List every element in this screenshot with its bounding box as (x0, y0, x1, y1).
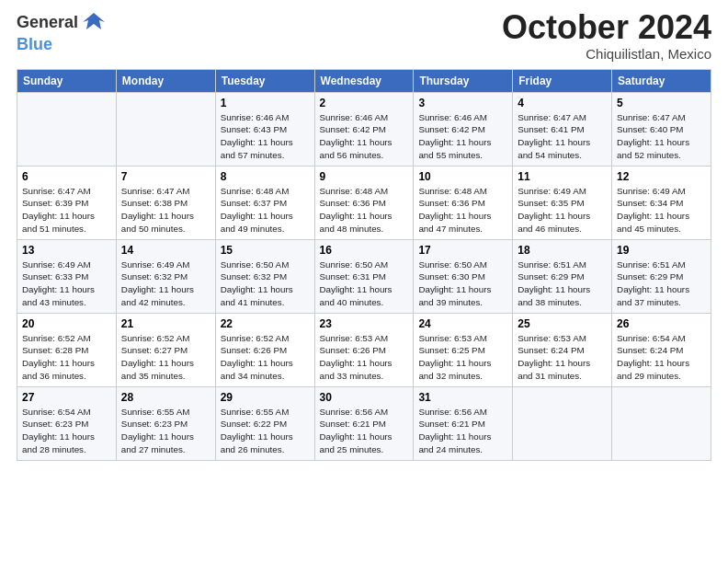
day-number: 8 (221, 170, 310, 183)
weekday-header-row: SundayMondayTuesdayWednesdayThursdayFrid… (17, 69, 711, 92)
day-number: 19 (617, 244, 706, 257)
weekday-header-saturday: Saturday (612, 69, 711, 92)
calendar-cell: 30Sunrise: 6:56 AMSunset: 6:21 PMDayligh… (314, 386, 414, 460)
day-number: 20 (22, 317, 111, 330)
weekday-header-friday: Friday (513, 69, 612, 92)
calendar-cell: 31Sunrise: 6:56 AMSunset: 6:21 PMDayligh… (414, 386, 513, 460)
day-number: 9 (320, 170, 409, 183)
calendar-cell: 11Sunrise: 6:49 AMSunset: 6:35 PMDayligh… (513, 166, 612, 239)
day-info: Sunrise: 6:46 AMSunset: 6:42 PMDaylight:… (320, 111, 409, 162)
day-info: Sunrise: 6:54 AMSunset: 6:24 PMDaylight:… (617, 332, 706, 383)
day-number: 14 (121, 244, 210, 257)
calendar-cell: 5Sunrise: 6:47 AMSunset: 6:40 PMDaylight… (612, 92, 711, 166)
calendar-table: SundayMondayTuesdayWednesdayThursdayFrid… (17, 69, 711, 461)
location: Chiquilistlan, Mexico (502, 46, 711, 62)
week-row-2: 6Sunrise: 6:47 AMSunset: 6:39 PMDaylight… (17, 166, 711, 239)
day-number: 13 (22, 244, 111, 257)
day-number: 27 (22, 391, 111, 404)
day-info: Sunrise: 6:49 AMSunset: 6:35 PMDaylight:… (518, 185, 607, 236)
day-info: Sunrise: 6:55 AMSunset: 6:22 PMDaylight:… (221, 406, 310, 456)
day-info: Sunrise: 6:55 AMSunset: 6:23 PMDaylight:… (121, 406, 210, 456)
weekday-header-wednesday: Wednesday (314, 69, 414, 92)
day-number: 6 (22, 170, 111, 183)
calendar-cell: 25Sunrise: 6:53 AMSunset: 6:24 PMDayligh… (513, 313, 612, 386)
weekday-header-thursday: Thursday (414, 69, 513, 92)
svg-marker-0 (83, 13, 105, 29)
day-info: Sunrise: 6:56 AMSunset: 6:21 PMDaylight:… (418, 406, 507, 456)
calendar-cell: 26Sunrise: 6:54 AMSunset: 6:24 PMDayligh… (612, 313, 711, 386)
calendar-cell: 29Sunrise: 6:55 AMSunset: 6:22 PMDayligh… (215, 386, 314, 460)
calendar-cell: 12Sunrise: 6:49 AMSunset: 6:34 PMDayligh… (612, 166, 711, 239)
day-info: Sunrise: 6:52 AMSunset: 6:27 PMDaylight:… (121, 332, 210, 383)
calendar-cell: 24Sunrise: 6:53 AMSunset: 6:25 PMDayligh… (414, 313, 513, 386)
calendar-cell: 4Sunrise: 6:47 AMSunset: 6:41 PMDaylight… (513, 92, 612, 166)
weekday-header-sunday: Sunday (17, 69, 117, 92)
calendar-cell (17, 92, 117, 166)
calendar-cell: 18Sunrise: 6:51 AMSunset: 6:29 PMDayligh… (513, 239, 612, 313)
day-info: Sunrise: 6:50 AMSunset: 6:32 PMDaylight:… (221, 259, 310, 309)
day-info: Sunrise: 6:47 AMSunset: 6:41 PMDaylight:… (518, 111, 607, 162)
logo-blue-text: Blue (17, 35, 52, 53)
day-number: 16 (320, 244, 409, 257)
page: General Blue October 2024 Chiquilistlan,… (0, 0, 728, 563)
day-number: 7 (121, 170, 210, 183)
week-row-3: 13Sunrise: 6:49 AMSunset: 6:33 PMDayligh… (17, 239, 711, 313)
day-info: Sunrise: 6:52 AMSunset: 6:26 PMDaylight:… (221, 332, 310, 383)
day-info: Sunrise: 6:47 AMSunset: 6:39 PMDaylight:… (22, 185, 111, 236)
week-row-5: 27Sunrise: 6:54 AMSunset: 6:23 PMDayligh… (17, 386, 711, 460)
day-info: Sunrise: 6:56 AMSunset: 6:21 PMDaylight:… (320, 406, 409, 456)
day-number: 4 (518, 97, 607, 109)
day-info: Sunrise: 6:53 AMSunset: 6:25 PMDaylight:… (418, 332, 507, 383)
day-number: 17 (418, 244, 507, 257)
month-title: October 2024 (502, 9, 711, 46)
calendar-cell: 3Sunrise: 6:46 AMSunset: 6:42 PMDaylight… (414, 92, 513, 166)
weekday-header-monday: Monday (116, 69, 215, 92)
day-number: 5 (617, 97, 706, 109)
calendar-cell: 19Sunrise: 6:51 AMSunset: 6:29 PMDayligh… (612, 239, 711, 313)
day-number: 30 (320, 391, 409, 404)
day-info: Sunrise: 6:48 AMSunset: 6:37 PMDaylight:… (221, 185, 310, 236)
calendar-cell: 23Sunrise: 6:53 AMSunset: 6:26 PMDayligh… (314, 313, 414, 386)
day-number: 18 (518, 244, 607, 257)
day-info: Sunrise: 6:46 AMSunset: 6:43 PMDaylight:… (221, 111, 310, 162)
day-info: Sunrise: 6:49 AMSunset: 6:34 PMDaylight:… (617, 185, 706, 236)
day-number: 22 (221, 317, 310, 330)
logo-bird-icon (81, 9, 107, 35)
calendar-cell: 28Sunrise: 6:55 AMSunset: 6:23 PMDayligh… (116, 386, 215, 460)
calendar-cell: 15Sunrise: 6:50 AMSunset: 6:32 PMDayligh… (215, 239, 314, 313)
title-block: October 2024 Chiquilistlan, Mexico (502, 9, 711, 62)
day-number: 24 (418, 317, 507, 330)
day-info: Sunrise: 6:50 AMSunset: 6:30 PMDaylight:… (418, 259, 507, 309)
day-info: Sunrise: 6:46 AMSunset: 6:42 PMDaylight:… (418, 111, 507, 162)
calendar-cell: 21Sunrise: 6:52 AMSunset: 6:27 PMDayligh… (116, 313, 215, 386)
day-info: Sunrise: 6:48 AMSunset: 6:36 PMDaylight:… (320, 185, 409, 236)
calendar-cell: 17Sunrise: 6:50 AMSunset: 6:30 PMDayligh… (414, 239, 513, 313)
day-number: 1 (221, 97, 310, 109)
calendar-cell: 1Sunrise: 6:46 AMSunset: 6:43 PMDaylight… (215, 92, 314, 166)
calendar-cell (513, 386, 612, 460)
day-number: 29 (221, 391, 310, 404)
day-number: 15 (221, 244, 310, 257)
day-info: Sunrise: 6:48 AMSunset: 6:36 PMDaylight:… (418, 185, 507, 236)
day-number: 23 (320, 317, 409, 330)
logo-general-text: General (17, 13, 78, 32)
week-row-1: 1Sunrise: 6:46 AMSunset: 6:43 PMDaylight… (17, 92, 711, 166)
header: General Blue October 2024 Chiquilistlan,… (17, 9, 711, 62)
weekday-header-tuesday: Tuesday (215, 69, 314, 92)
calendar-cell: 13Sunrise: 6:49 AMSunset: 6:33 PMDayligh… (17, 239, 117, 313)
day-info: Sunrise: 6:54 AMSunset: 6:23 PMDaylight:… (22, 406, 111, 456)
day-info: Sunrise: 6:51 AMSunset: 6:29 PMDaylight:… (518, 259, 607, 309)
day-info: Sunrise: 6:52 AMSunset: 6:28 PMDaylight:… (22, 332, 111, 383)
day-info: Sunrise: 6:53 AMSunset: 6:26 PMDaylight:… (320, 332, 409, 383)
logo: General Blue (17, 9, 107, 54)
day-number: 11 (518, 170, 607, 183)
calendar-cell: 20Sunrise: 6:52 AMSunset: 6:28 PMDayligh… (17, 313, 117, 386)
calendar-cell: 7Sunrise: 6:47 AMSunset: 6:38 PMDaylight… (116, 166, 215, 239)
day-number: 31 (418, 391, 507, 404)
calendar-cell: 14Sunrise: 6:49 AMSunset: 6:32 PMDayligh… (116, 239, 215, 313)
day-info: Sunrise: 6:51 AMSunset: 6:29 PMDaylight:… (617, 259, 706, 309)
calendar-cell: 2Sunrise: 6:46 AMSunset: 6:42 PMDaylight… (314, 92, 414, 166)
calendar-cell: 16Sunrise: 6:50 AMSunset: 6:31 PMDayligh… (314, 239, 414, 313)
day-number: 3 (418, 97, 507, 109)
day-info: Sunrise: 6:47 AMSunset: 6:38 PMDaylight:… (121, 185, 210, 236)
